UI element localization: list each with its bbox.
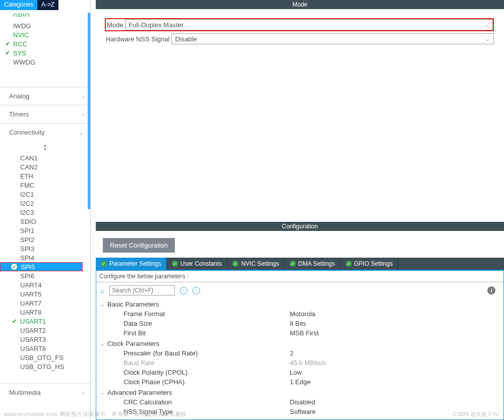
sidebar-item-uart7[interactable]: UART7 (20, 298, 90, 308)
mode-select[interactable]: Full-Duplex Master ⌄ (125, 19, 493, 30)
param-value: 1 Edge (290, 378, 310, 386)
left-sidebar: Categories A->Z GPIOIWDGNVIC✔RCC✔SYSWWDG… (0, 0, 91, 420)
check-circle-icon: ✓ (172, 261, 178, 267)
param-value: MSB First (290, 329, 319, 337)
sidebar-item-label: WWDG (13, 58, 35, 66)
sidebar-scrollbar[interactable] (88, 13, 90, 420)
param-group-header[interactable]: ⌄Advanced Parameters (100, 388, 499, 397)
config-tab-dma-settings[interactable]: ✓DMA Settings (285, 258, 341, 270)
param-row[interactable]: Prescaler (for Baud Rate)2 (100, 348, 499, 358)
search-next-button[interactable]: › (193, 287, 200, 294)
footer-left: www.toymoban.com 网络图片仅供展示，非存储，如有侵权请联系删除。 (4, 410, 193, 418)
sidebar-item-fmc[interactable]: FMC (20, 181, 90, 190)
sidebar-item-usb_otg_hs[interactable]: USB_OTG_HS (20, 362, 90, 371)
sidebar-item-uart8[interactable]: UART8 (20, 308, 90, 317)
tab-az[interactable]: A->Z (37, 0, 58, 10)
sidebar-item-spi3[interactable]: SPI3 (20, 244, 90, 253)
sidebar-item-label: I2C2 (20, 200, 34, 207)
search-input[interactable] (109, 285, 175, 295)
sidebar-item-uart4[interactable]: UART4 (20, 280, 90, 289)
sidebar-item-wwdg[interactable]: WWDG (13, 57, 90, 67)
mode-value: Full-Duplex Master (129, 21, 183, 29)
config-tab-gpio-settings[interactable]: ✓GPIO Settings (341, 258, 399, 270)
sidebar-item-i2c2[interactable]: I2C2 (20, 199, 90, 208)
sort-icon[interactable]: ▲▼ (0, 141, 90, 153)
sidebar-item-spi1[interactable]: SPI1 (20, 226, 90, 235)
param-value: 2 (290, 349, 293, 357)
param-group-header[interactable]: ⌄Basic Parameters (100, 299, 499, 309)
param-row[interactable]: Clock Polarity (CPOL)Low (100, 368, 499, 377)
info-icon[interactable]: i (487, 286, 495, 294)
param-value: Motorola (290, 310, 316, 318)
nss-select[interactable]: Disable ⌄ (171, 33, 494, 44)
section-multimedia[interactable]: Multimedia › (0, 383, 90, 401)
sidebar-item-usart3[interactable]: USART3 (20, 335, 90, 344)
sidebar-item-label: SPI6 (20, 272, 34, 280)
tab-categories[interactable]: Categories (0, 0, 37, 10)
sidebar-item-sys[interactable]: ✔SYS (13, 48, 90, 57)
mode-body: Mode Full-Duplex Master ⌄ Hardware NSS S… (96, 9, 504, 48)
sidebar-item-usart6[interactable]: USART6 (20, 344, 90, 353)
footer-right: CSDN @大鱼儿Yu (453, 410, 499, 418)
config-tab-parameter-settings[interactable]: ✓Parameter Settings (96, 258, 167, 270)
param-row[interactable]: Baud Rate45.0 MBits/s (100, 358, 499, 368)
sidebar-item-usart1[interactable]: ✔USART1 (20, 317, 90, 326)
sidebar-item-spi4[interactable]: SPI4 (20, 253, 90, 262)
sidebar-item-rcc[interactable]: ✔RCC (13, 39, 90, 48)
sidebar-item-iwdg[interactable]: IWDG (13, 21, 90, 30)
chevron-right-icon: › (82, 110, 84, 118)
sidebar-item-nvic[interactable]: NVIC (13, 30, 90, 39)
param-name: First Bit (123, 329, 290, 337)
sidebar-item-label: SYS (13, 49, 26, 57)
section-analog-label: Analog (9, 92, 29, 100)
param-group-name: Advanced Parameters (107, 389, 172, 396)
param-row[interactable]: CRC CalculationDisabled (100, 397, 499, 407)
sidebar-item-label: UART4 (20, 281, 41, 289)
config-body: Reset Configuration ✓Parameter Settings✓… (96, 231, 504, 420)
config-tab-label: GPIO Settings (354, 260, 393, 267)
sidebar-item-label: FMC (20, 182, 34, 189)
sidebar-item-gpio[interactable]: GPIO (13, 12, 90, 21)
check-circle-icon: ✓ (346, 261, 352, 267)
param-group-header[interactable]: ⌄Clock Parameters (100, 339, 499, 348)
param-value: 8 Bits (290, 320, 306, 327)
search-prev-button[interactable]: ‹ (180, 287, 187, 294)
reset-row: Reset Configuration (96, 231, 504, 258)
config-tab-nvic-settings[interactable]: ✓NVIC Settings (227, 258, 284, 270)
chevron-right-icon: › (82, 92, 84, 100)
section-analog[interactable]: Analog › (0, 87, 90, 105)
mode-label: Mode (106, 21, 125, 29)
config-tab-user-constants[interactable]: ✓User Constants (167, 258, 228, 270)
sidebar-item-uart5[interactable]: UART5 (20, 289, 90, 298)
param-row[interactable]: Clock Phase (CPHA)1 Edge (100, 377, 499, 387)
check-circle-icon: ✓ (11, 263, 18, 270)
section-connectivity[interactable]: Connectivity ⌄ (0, 123, 90, 141)
sidebar-item-usb_otg_fs[interactable]: USB_OTG_FS (20, 353, 90, 362)
sidebar-item-can2[interactable]: CAN2 (20, 162, 90, 171)
sidebar-item-label: USART1 (20, 318, 46, 325)
sidebar-item-usart2[interactable]: USART2 (20, 326, 90, 335)
param-row[interactable]: Data Size8 Bits (100, 319, 499, 328)
config-tab-label: Parameter Settings (109, 260, 161, 267)
param-row[interactable]: First BitMSB First (100, 328, 499, 338)
sidebar-item-spi5[interactable]: ✓SPI5 (0, 262, 83, 271)
sidebar-item-i2c3[interactable]: I2C3 (20, 208, 90, 217)
sidebar-item-sdio[interactable]: SDIO (20, 217, 90, 226)
chevron-down-icon: ⌄ (79, 129, 84, 136)
sidebar-item-i2c1[interactable]: I2C1 (20, 190, 90, 199)
sidebar-item-label: RCC (13, 40, 27, 48)
reset-configuration-button[interactable]: Reset Configuration (103, 238, 175, 253)
sidebar-item-spi6[interactable]: SPI6 (20, 271, 90, 280)
chevron-down-icon: ⌄ (100, 341, 104, 346)
sidebar-item-can1[interactable]: CAN1 (20, 153, 90, 162)
sidebar-item-label: ETH (20, 172, 33, 180)
sidebar-item-label: NVIC (13, 31, 29, 39)
config-tab-label: DMA Settings (298, 260, 335, 267)
param-name: Clock Phase (CPHA) (123, 378, 290, 386)
section-timers[interactable]: Timers › (0, 105, 90, 123)
sidebar-tabs: Categories A->Z (0, 0, 90, 10)
param-row[interactable]: Frame FormatMotorola (100, 309, 499, 319)
section-connectivity-label: Connectivity (9, 129, 45, 136)
sidebar-item-spi2[interactable]: SPI2 (20, 235, 90, 244)
sidebar-item-eth[interactable]: ETH (20, 171, 90, 181)
